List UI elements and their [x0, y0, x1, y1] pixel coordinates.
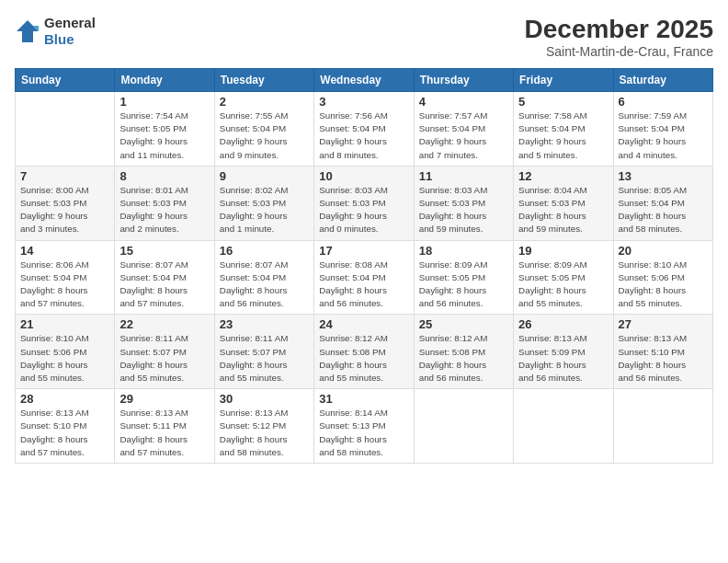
day-number: 2 [220, 95, 309, 109]
day-number: 22 [119, 317, 209, 331]
day-number: 31 [319, 392, 408, 406]
page-container: General Blue December 2025 Saint-Martin-… [0, 0, 728, 563]
calendar-cell: 14Sunrise: 8:06 AM Sunset: 5:04 PM Dayli… [16, 240, 115, 315]
day-number: 16 [220, 244, 309, 258]
day-info: Sunrise: 8:13 AM Sunset: 5:09 PM Dayligh… [518, 332, 608, 385]
header: General Blue December 2025 Saint-Martin-… [15, 15, 713, 59]
day-number: 4 [419, 95, 508, 109]
day-info: Sunrise: 8:04 AM Sunset: 5:03 PM Dayligh… [518, 184, 608, 236]
day-number: 11 [419, 169, 508, 183]
logo: General Blue [15, 15, 96, 48]
calendar-cell: 30Sunrise: 8:13 AM Sunset: 5:12 PM Dayli… [214, 389, 313, 464]
calendar-cell: 19Sunrise: 8:09 AM Sunset: 5:05 PM Dayli… [514, 240, 613, 315]
day-number: 12 [518, 169, 608, 183]
calendar-cell: 4Sunrise: 7:57 AM Sunset: 5:04 PM Daylig… [414, 92, 513, 167]
calendar-cell: 20Sunrise: 8:10 AM Sunset: 5:06 PM Dayli… [613, 240, 712, 315]
day-number: 9 [220, 169, 309, 183]
calendar-cell: 12Sunrise: 8:04 AM Sunset: 5:03 PM Dayli… [514, 166, 613, 240]
day-number: 24 [319, 317, 408, 331]
day-number: 30 [220, 392, 309, 406]
calendar-week-2: 7Sunrise: 8:00 AM Sunset: 5:03 PM Daylig… [16, 166, 713, 240]
calendar-cell: 9Sunrise: 8:02 AM Sunset: 5:03 PM Daylig… [214, 166, 313, 240]
calendar-cell: 22Sunrise: 8:11 AM Sunset: 5:07 PM Dayli… [115, 315, 214, 389]
calendar-cell: 7Sunrise: 8:00 AM Sunset: 5:03 PM Daylig… [16, 166, 115, 240]
calendar-header-tuesday: Tuesday [214, 69, 313, 92]
calendar-cell: 15Sunrise: 8:07 AM Sunset: 5:04 PM Dayli… [115, 240, 214, 315]
day-number: 8 [119, 169, 209, 183]
day-number: 15 [119, 244, 209, 258]
day-info: Sunrise: 8:12 AM Sunset: 5:08 PM Dayligh… [419, 332, 508, 385]
day-info: Sunrise: 7:54 AM Sunset: 5:05 PM Dayligh… [119, 109, 209, 162]
calendar-cell: 11Sunrise: 8:03 AM Sunset: 5:03 PM Dayli… [414, 166, 513, 240]
calendar-cell: 8Sunrise: 8:01 AM Sunset: 5:03 PM Daylig… [115, 166, 214, 240]
day-number: 26 [518, 317, 608, 331]
calendar-cell: 24Sunrise: 8:12 AM Sunset: 5:08 PM Dayli… [314, 315, 414, 389]
day-number: 7 [20, 169, 109, 183]
calendar-cell: 6Sunrise: 7:59 AM Sunset: 5:04 PM Daylig… [613, 92, 712, 167]
day-number: 3 [319, 95, 408, 109]
calendar-cell: 13Sunrise: 8:05 AM Sunset: 5:04 PM Dayli… [613, 166, 712, 240]
day-number: 18 [419, 244, 508, 258]
day-info: Sunrise: 7:57 AM Sunset: 5:04 PM Dayligh… [419, 109, 508, 162]
calendar-cell: 17Sunrise: 8:08 AM Sunset: 5:04 PM Dayli… [314, 240, 414, 315]
day-number: 20 [619, 244, 708, 258]
day-info: Sunrise: 8:12 AM Sunset: 5:08 PM Dayligh… [319, 332, 408, 385]
day-info: Sunrise: 8:07 AM Sunset: 5:04 PM Dayligh… [119, 259, 209, 311]
day-info: Sunrise: 8:09 AM Sunset: 5:05 PM Dayligh… [419, 259, 508, 311]
day-info: Sunrise: 8:07 AM Sunset: 5:04 PM Dayligh… [220, 259, 309, 311]
day-number: 21 [20, 317, 109, 331]
day-number: 23 [220, 317, 309, 331]
day-info: Sunrise: 8:13 AM Sunset: 5:10 PM Dayligh… [20, 407, 109, 459]
calendar-cell: 29Sunrise: 8:13 AM Sunset: 5:11 PM Dayli… [115, 389, 214, 464]
calendar-cell: 3Sunrise: 7:56 AM Sunset: 5:04 PM Daylig… [314, 92, 414, 167]
calendar-cell: 5Sunrise: 7:58 AM Sunset: 5:04 PM Daylig… [514, 92, 613, 167]
day-info: Sunrise: 8:10 AM Sunset: 5:06 PM Dayligh… [619, 259, 708, 311]
calendar-cell: 26Sunrise: 8:13 AM Sunset: 5:09 PM Dayli… [514, 315, 613, 389]
day-info: Sunrise: 8:13 AM Sunset: 5:11 PM Dayligh… [119, 407, 209, 459]
day-info: Sunrise: 8:11 AM Sunset: 5:07 PM Dayligh… [220, 332, 309, 385]
calendar-header-monday: Monday [115, 69, 214, 92]
calendar-cell [16, 92, 115, 167]
day-number: 25 [419, 317, 508, 331]
day-number: 6 [619, 95, 708, 109]
day-info: Sunrise: 7:58 AM Sunset: 5:04 PM Dayligh… [518, 109, 608, 162]
calendar-cell: 1Sunrise: 7:54 AM Sunset: 5:05 PM Daylig… [115, 92, 214, 167]
day-info: Sunrise: 8:13 AM Sunset: 5:10 PM Dayligh… [619, 332, 708, 385]
calendar-cell: 18Sunrise: 8:09 AM Sunset: 5:05 PM Dayli… [414, 240, 513, 315]
day-info: Sunrise: 8:10 AM Sunset: 5:06 PM Dayligh… [20, 332, 109, 385]
day-number: 10 [319, 169, 408, 183]
calendar-table: SundayMondayTuesdayWednesdayThursdayFrid… [15, 68, 713, 464]
calendar-cell: 28Sunrise: 8:13 AM Sunset: 5:10 PM Dayli… [16, 389, 115, 464]
day-info: Sunrise: 8:05 AM Sunset: 5:04 PM Dayligh… [619, 184, 708, 236]
main-title: December 2025 [525, 15, 713, 44]
calendar-header-friday: Friday [514, 69, 613, 92]
logo-icon [15, 18, 40, 44]
calendar-header-row: SundayMondayTuesdayWednesdayThursdayFrid… [16, 69, 713, 92]
calendar-header-saturday: Saturday [613, 69, 712, 92]
calendar-week-1: 1Sunrise: 7:54 AM Sunset: 5:05 PM Daylig… [16, 92, 713, 167]
day-info: Sunrise: 7:59 AM Sunset: 5:04 PM Dayligh… [619, 109, 708, 162]
calendar-week-4: 21Sunrise: 8:10 AM Sunset: 5:06 PM Dayli… [16, 315, 713, 389]
day-number: 17 [319, 244, 408, 258]
calendar-header-wednesday: Wednesday [314, 69, 414, 92]
calendar-cell: 27Sunrise: 8:13 AM Sunset: 5:10 PM Dayli… [613, 315, 712, 389]
day-info: Sunrise: 8:06 AM Sunset: 5:04 PM Dayligh… [20, 259, 109, 311]
calendar-cell: 16Sunrise: 8:07 AM Sunset: 5:04 PM Dayli… [214, 240, 313, 315]
calendar-cell: 2Sunrise: 7:55 AM Sunset: 5:04 PM Daylig… [214, 92, 313, 167]
calendar-cell [514, 389, 613, 464]
day-info: Sunrise: 8:01 AM Sunset: 5:03 PM Dayligh… [119, 184, 209, 236]
calendar-cell: 25Sunrise: 8:12 AM Sunset: 5:08 PM Dayli… [414, 315, 513, 389]
day-number: 29 [119, 392, 209, 406]
day-info: Sunrise: 8:14 AM Sunset: 5:13 PM Dayligh… [319, 407, 408, 459]
calendar-cell [613, 389, 712, 464]
day-number: 5 [518, 95, 608, 109]
calendar-cell: 23Sunrise: 8:11 AM Sunset: 5:07 PM Dayli… [214, 315, 313, 389]
title-section: December 2025 Saint-Martin-de-Crau, Fran… [525, 15, 713, 59]
day-number: 28 [20, 392, 109, 406]
calendar-week-5: 28Sunrise: 8:13 AM Sunset: 5:10 PM Dayli… [16, 389, 713, 464]
day-info: Sunrise: 7:56 AM Sunset: 5:04 PM Dayligh… [319, 109, 408, 162]
calendar-cell: 31Sunrise: 8:14 AM Sunset: 5:13 PM Dayli… [314, 389, 414, 464]
day-info: Sunrise: 8:03 AM Sunset: 5:03 PM Dayligh… [419, 184, 508, 236]
day-info: Sunrise: 7:55 AM Sunset: 5:04 PM Dayligh… [220, 109, 309, 162]
subtitle: Saint-Martin-de-Crau, France [525, 44, 713, 59]
